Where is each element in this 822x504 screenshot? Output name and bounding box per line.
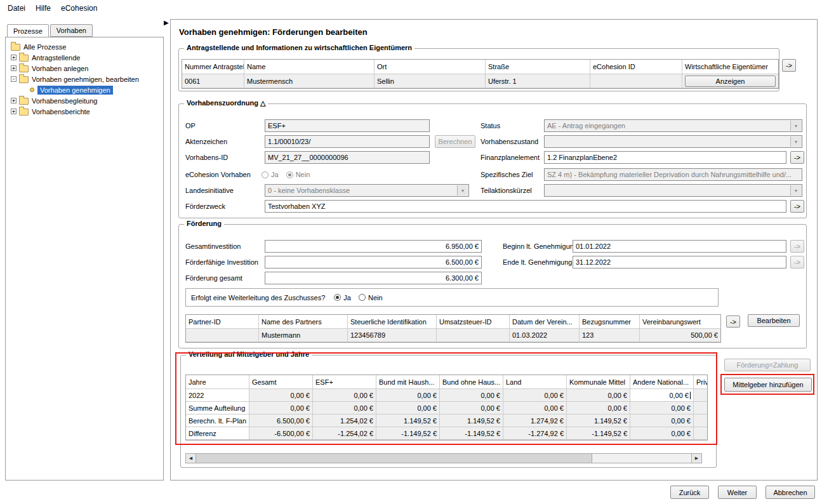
scrollbar-track[interactable] [196, 454, 691, 463]
weiterleitung-nein-radio[interactable]: Nein [359, 294, 383, 302]
gesamtinvestition-field[interactable]: 6.950,00 € [265, 240, 482, 253]
ende-genehmigung-field[interactable]: 31.12.2022 [573, 256, 786, 269]
finanzplanelement-label: Finanzplanelement [481, 154, 540, 161]
chevron-down-icon[interactable]: ▼ [457, 185, 468, 196]
antragstellende-detail-arrow-button[interactable]: -> [782, 59, 796, 72]
horizontal-scrollbar[interactable]: ◀ ▶ [185, 453, 702, 463]
chevron-down-icon[interactable]: ▼ [790, 121, 801, 131]
chevron-down-icon[interactable]: ▼ [790, 185, 801, 196]
vorhabens-id-field[interactable]: MV_21_27__0000000096 [265, 151, 430, 164]
finanzplanelement-field[interactable]: 1.2 FinanzplanEbene2 [544, 151, 786, 164]
tree-label: Vorhaben anlegen [32, 65, 88, 72]
teilaktionskuerzel-select[interactable]: ▼ [544, 184, 802, 197]
abbrechen-button[interactable]: Abbrechen [766, 486, 815, 499]
tree-item-vorhabensberichte[interactable]: + Vorhabensberichte [6, 106, 163, 117]
selected-value: AE - Antrag eingegangen [547, 122, 625, 129]
menu-ecohesion[interactable]: eCohesion [56, 1, 102, 15]
beginn-genehmigung-field[interactable]: 01.01.2022 [573, 240, 786, 253]
column-header: Name [244, 60, 375, 74]
splitter-collapse-icon[interactable]: ▶ [164, 19, 169, 27]
table-row[interactable]: Mustermann 123456789 01.03.2022 123 500,… [186, 329, 720, 342]
process-tree-panel: Prozesse Vorhaben Alle Prozesse + Antrag… [5, 24, 164, 481]
ecohesion-ja-radio[interactable]: Ja [262, 171, 279, 178]
table-header-row: Nummer Antragstellende Name Ort Straße e… [182, 60, 778, 74]
weiter-button[interactable]: Weiter [718, 486, 757, 499]
collapse-toggle-icon[interactable]: - [11, 76, 17, 82]
anzeigen-button[interactable]: Anzeigen [685, 76, 776, 87]
landesinitiative-select[interactable]: 0 - keine Vorhabensklasse ▼ [265, 184, 469, 197]
chevron-down-icon[interactable]: ▼ [790, 136, 801, 147]
weiterleitung-box: Erfolgt eine Weiterleitung des Zuschusse… [185, 288, 719, 307]
cell-vereinbarungswert: 500,00 € [640, 329, 720, 342]
zurueck-button[interactable]: Zurück [670, 486, 709, 499]
amount-cell[interactable]: 0,00 € [503, 389, 567, 402]
amount-cell[interactable]: 0,00 € [313, 389, 376, 402]
column-header: Wirtschaftliche Eigentümer [682, 60, 778, 74]
tree-item-vorhaben-genehmigen[interactable]: Vorhaben genehmigen [6, 84, 163, 95]
foerderung-zahlung-button[interactable]: Förderung=Zahlung [724, 359, 811, 371]
amount-cell[interactable] [694, 389, 707, 402]
tree-item-vorhaben-anlegen[interactable]: + Vorhaben anlegen [6, 63, 163, 74]
ende-detail-arrow-button[interactable]: -> [790, 256, 804, 269]
berechnen-button[interactable]: Berechnen [435, 135, 475, 148]
amount-cell [694, 414, 707, 427]
table-row[interactable]: 0061 Mustermensch Sellin Uferstr. 1 Anze… [182, 74, 778, 88]
spezifisches-ziel-field[interactable]: SZ 4 m) - Bekämpfung materieller Depriva… [544, 168, 802, 181]
vorhabenszustand-select[interactable]: ▼ [544, 135, 802, 148]
amount-cell: 0,00 € [630, 414, 694, 427]
scroll-right-icon[interactable]: ▶ [691, 454, 701, 463]
menu-hilfe[interactable]: Hilfe [30, 1, 56, 15]
table-row-berechnung[interactable]: Berechn. lt. F-Plan 6.500,00 € 1.254,02 … [186, 414, 707, 427]
foerderung-gesamt-field[interactable]: 6.300,00 € [265, 272, 482, 284]
expand-toggle-icon[interactable]: + [11, 55, 17, 60]
tree-item-vorhabensbegleitung[interactable]: + Vorhabensbegleitung [6, 95, 163, 106]
beginn-detail-arrow-button[interactable]: -> [790, 240, 804, 253]
partner-detail-arrow-button[interactable]: -> [726, 315, 740, 328]
column-header: Straße [486, 60, 590, 74]
weiterleitung-ja-radio[interactable]: Ja [334, 294, 351, 302]
finanzplanelement-detail-arrow-button[interactable]: -> [790, 151, 804, 164]
vorhabenszustand-label: Vorhabenszustand [481, 138, 538, 145]
aktenzeichen-field[interactable]: 1.1/00010/23/ [265, 135, 430, 148]
column-header: Land [503, 375, 567, 389]
table-row-summe[interactable]: Summe Aufteilung 0,00 € 0,00 € 0,00 € 0,… [186, 402, 707, 414]
status-select[interactable]: AE - Antrag eingegangen ▼ [544, 119, 802, 132]
radio-circle-icon [359, 294, 366, 301]
radio-circle-icon [286, 171, 293, 178]
op-field[interactable]: ESF+ [265, 119, 430, 132]
page-title: Vorhaben genehmigen: Förderungen bearbei… [179, 27, 368, 37]
folder-icon [11, 44, 20, 51]
expand-toggle-icon[interactable]: + [11, 98, 17, 103]
amount-cell[interactable]: 0,00 € [567, 389, 630, 402]
partner-table: Partner-ID Name des Partners Steuerliche… [185, 314, 721, 343]
amount-cell: 0,00 € [440, 402, 503, 414]
amount-cell-editing[interactable]: 0,00 € [630, 389, 694, 402]
scroll-left-icon[interactable]: ◀ [186, 454, 196, 463]
expand-toggle-icon[interactable]: + [11, 65, 17, 71]
table-row-differenz[interactable]: Differenz -6.500,00 € -1.254,02 € -1.149… [186, 427, 707, 440]
mittelgeber-hinzufuegen-button[interactable]: Mittelgeber hinzufügen [724, 378, 812, 392]
foerderzweck-field[interactable]: Testvorhaben XYZ [265, 200, 786, 213]
table-row-2022[interactable]: 2022 0,00 € 0,00 € 0,00 € 0,00 € 0,00 € … [186, 389, 707, 402]
tree-label: Vorhabensbegleitung [32, 97, 97, 105]
menu-datei[interactable]: Datei [3, 1, 30, 15]
scrollbar-thumb[interactable] [196, 454, 592, 463]
tab-vorhaben[interactable]: Vorhaben [50, 24, 93, 37]
amount-cell[interactable]: 0,00 € [249, 389, 313, 402]
tab-prozesse[interactable]: Prozesse [7, 24, 49, 37]
bearbeiten-button[interactable]: Bearbeiten [748, 314, 800, 327]
tree-item-vorhaben-genehmigen-bearbeiten[interactable]: - Vorhaben genehmigen, bearbeiten [6, 74, 163, 84]
amount-cell[interactable]: 0,00 € [440, 389, 503, 402]
radio-circle-icon [262, 171, 268, 178]
cell-partner-id [186, 329, 259, 342]
ecohesion-nein-radio[interactable]: Nein [286, 171, 310, 178]
tree-item-antragstellende[interactable]: + Antragstellende [6, 52, 163, 63]
column-header: Vereinbarungswert [640, 315, 720, 329]
foerderfaehige-investition-field[interactable]: 6.500,00 € [265, 256, 482, 269]
collapse-triangle-icon[interactable]: △ [260, 99, 265, 107]
foerderzweck-detail-arrow-button[interactable]: -> [790, 200, 804, 213]
tree-item-alle-prozesse[interactable]: Alle Prozesse [6, 41, 163, 52]
amount-cell[interactable]: 0,00 € [376, 389, 440, 402]
expand-toggle-icon[interactable]: + [11, 109, 17, 114]
column-header: Andere National... [630, 375, 694, 389]
